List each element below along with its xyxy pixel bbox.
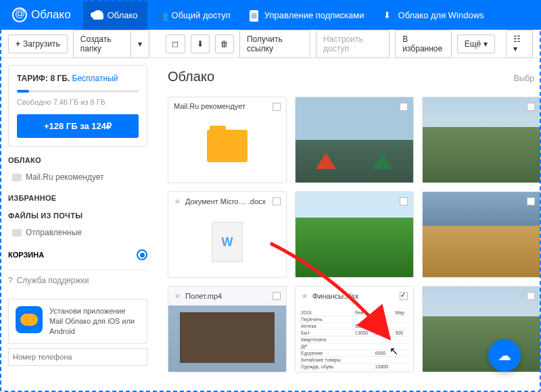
tab-cloud[interactable]: Облако xyxy=(83,0,147,30)
sidebar-item-sent[interactable]: Отправленные xyxy=(8,225,147,240)
delete-button[interactable]: 🗑 xyxy=(215,34,234,53)
support-label: Служба поддержки xyxy=(17,276,89,285)
tariff-plan-link[interactable]: Бесплатный xyxy=(72,74,118,83)
tariff-box: ТАРИФ: 8 ГБ. Бесплатный Свободно 7.46 ГБ… xyxy=(8,65,147,147)
free-space: Свободно 7.46 ГБ из 8 ГБ xyxy=(17,98,139,106)
file-card-photo[interactable] xyxy=(295,191,414,278)
file-card-recommend[interactable]: Mail.Ru рекомендует xyxy=(168,97,287,183)
checkbox[interactable] xyxy=(400,103,408,111)
file-card-docx[interactable]: ★Документ Micro… .docx W xyxy=(168,191,287,278)
tab-label: Облако xyxy=(108,10,138,20)
star-icon[interactable]: ★ xyxy=(174,291,181,301)
stack-icon xyxy=(250,10,260,20)
download-icon xyxy=(383,10,394,20)
toolbar: +Загрузить Создать папку ▾ ◻ ⬇ 🗑 Получит… xyxy=(0,30,541,58)
cloud-upload-icon: ☁ xyxy=(498,347,511,364)
star-icon[interactable]: ★ xyxy=(174,197,181,206)
file-card-xlsx[interactable]: ★Финансы.xlsx 2018ЯнвФевМар Перечень Апт… xyxy=(295,286,414,372)
spreadsheet-preview: 2018ЯнвФевМар Перечень Аптека3500 Быт130… xyxy=(296,305,413,372)
checkbox[interactable] xyxy=(273,103,281,111)
tab-subscriptions[interactable]: Управление подписками xyxy=(240,0,374,30)
main-area: ТАРИФ: 8 ГБ. Бесплатный Свободно 7.46 ГБ… xyxy=(0,58,541,392)
upgrade-button[interactable]: +128 ГБ за 124₽ xyxy=(17,114,139,138)
btn-label: Загрузить xyxy=(23,39,60,49)
section-cloud: ОБЛАКО xyxy=(8,156,147,164)
section-mailfiles: ФАЙЛЫ ИЗ ПОЧТЫ xyxy=(8,212,147,220)
tariff-label: ТАРИФ: 8 ГБ. xyxy=(17,74,70,83)
access-button[interactable]: Настроить доступ xyxy=(316,30,390,58)
tariff-header: ТАРИФ: 8 ГБ. Бесплатный xyxy=(17,74,139,83)
promo-text: Установи приложение Mail Облако для iOS … xyxy=(49,306,140,337)
breadcrumb: Облако Выбр xyxy=(168,69,534,84)
section-favorites: ИЗБРАННОЕ xyxy=(8,194,147,202)
tab-label: Управление подписками xyxy=(264,10,364,20)
brand-text: Облако xyxy=(31,8,71,22)
help-icon: ? xyxy=(8,276,13,285)
app-icon xyxy=(16,306,43,333)
section-trash[interactable]: КОРЗИНА xyxy=(8,249,147,260)
content-area: Облако Выбр Mail.Ru рекомендует ★Докумен… xyxy=(156,58,541,392)
checkbox[interactable] xyxy=(273,292,281,300)
newfolder-dropdown[interactable]: ▾ xyxy=(131,30,149,58)
file-card-photo[interactable] xyxy=(295,97,414,183)
checkbox[interactable] xyxy=(527,103,535,111)
folder-icon xyxy=(12,174,22,181)
nav-tabs: Облако Общий доступ Управление подпискам… xyxy=(83,0,494,30)
app-promo: Установи приложение Mail Облако для iOS … xyxy=(8,299,147,344)
item-label: Mail.Ru рекомендует xyxy=(26,172,104,182)
folder-icon xyxy=(12,229,22,237)
at-icon xyxy=(12,7,27,22)
more-button[interactable]: Ещё ▾ xyxy=(457,34,496,53)
view-mode-button[interactable]: ☷ ▾ xyxy=(506,30,533,58)
upload-fab[interactable]: ☁ xyxy=(488,339,521,372)
doc-icon: W xyxy=(212,222,243,262)
checkbox[interactable] xyxy=(527,292,535,300)
people-icon xyxy=(157,10,168,20)
top-nav: Облако Облако Общий доступ Управление по… xyxy=(0,0,541,30)
cloud-icon xyxy=(93,10,103,20)
checkbox[interactable] xyxy=(400,292,408,300)
newfolder-group: Создать папку ▾ xyxy=(73,30,149,58)
star-icon[interactable]: ★ xyxy=(301,291,308,301)
getlink-button[interactable]: Получить ссылку xyxy=(239,30,310,58)
sidebar: ТАРИФ: 8 ГБ. Бесплатный Свободно 7.46 ГБ… xyxy=(0,58,156,392)
radio-icon xyxy=(137,249,147,260)
file-name: Mail.Ru рекомендует xyxy=(174,102,245,110)
select-hint: Выбр xyxy=(514,74,534,83)
tab-windows[interactable]: Облако для Windows xyxy=(374,0,494,30)
favorite-button[interactable]: В избранное xyxy=(395,30,451,58)
file-name: Полет.mp4 xyxy=(185,292,222,300)
sidebar-item-recommend[interactable]: Mail.Ru рекомендует xyxy=(8,170,147,185)
item-label: Отправленные xyxy=(26,228,82,237)
tab-label: Облако для Windows xyxy=(398,10,484,20)
folder-icon xyxy=(207,130,248,162)
download-button[interactable]: ⬇ xyxy=(191,34,210,53)
upload-button[interactable]: +Загрузить xyxy=(8,34,68,53)
newfolder-button[interactable]: Создать папку xyxy=(73,30,131,58)
checkbox[interactable] xyxy=(400,197,408,205)
page-title: Облако xyxy=(168,69,214,84)
btn-label: Ещё xyxy=(465,39,481,49)
file-card-photo[interactable] xyxy=(422,286,541,372)
file-name: Финансы.xlsx xyxy=(312,292,358,300)
trash-label: КОРЗИНА xyxy=(8,251,44,259)
tab-label: Общий доступ xyxy=(172,10,231,20)
select-all-button[interactable]: ◻ xyxy=(166,34,185,53)
support-link[interactable]: ?Служба поддержки xyxy=(8,270,147,291)
file-name: Документ Micro… .docx xyxy=(185,197,266,205)
checkbox[interactable] xyxy=(527,197,535,205)
logo[interactable]: Облако xyxy=(0,7,83,22)
tab-shared[interactable]: Общий доступ xyxy=(147,0,240,30)
file-card-mp4[interactable]: ★Полет.mp4 xyxy=(168,286,287,372)
file-card-photo[interactable] xyxy=(422,191,541,278)
checkbox[interactable] xyxy=(273,197,281,205)
file-card-photo[interactable] xyxy=(422,97,541,183)
file-grid: Mail.Ru рекомендует ★Документ Micro… .do… xyxy=(168,97,534,372)
storage-progress xyxy=(17,90,139,93)
phone-input[interactable] xyxy=(8,348,147,366)
